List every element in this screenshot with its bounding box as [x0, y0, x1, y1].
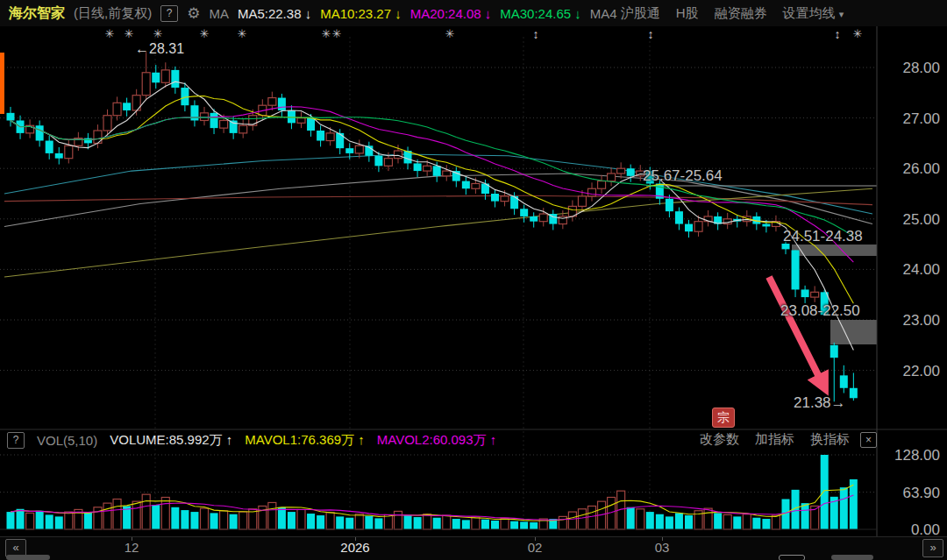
axis-tick-label: 27.00 — [879, 110, 940, 128]
chevron-down-icon: ▾ — [839, 9, 844, 19]
dividend-marker-icon[interactable]: ✳ — [125, 27, 134, 40]
gap-annotation-2: 24.51-24.38 — [783, 228, 863, 245]
ma40-truncated-label: MA4 — [590, 6, 617, 21]
down-arrow-icon: ↓ — [395, 6, 402, 21]
chart-mode-label: (日线,前复权) — [74, 5, 152, 22]
stock-chart-app: { "header": { "symbol": "海尔智家", "mode": … — [0, 0, 947, 560]
ma5-reading: MA5:22.38 ↓ — [238, 6, 311, 21]
dividend-marker-icon[interactable]: ✳ — [105, 27, 115, 40]
dividend-marker-icon[interactable]: ✳ — [853, 27, 863, 40]
axis-tick-label: 25.00 — [879, 211, 940, 229]
vol-indicator-label: VOL(5,10) — [37, 433, 97, 448]
scrollbar-thumb-left[interactable] — [6, 555, 50, 560]
down-arrow-icon: ↓ — [574, 6, 581, 21]
scrollbar-thumb-right[interactable] — [831, 555, 873, 560]
dividend-marker-icon[interactable]: ✳ — [322, 27, 331, 40]
axis-tick-label: 28.00 — [879, 60, 940, 77]
axis-tick-label: 24.00 — [879, 261, 940, 279]
link-margin-trading[interactable]: 融资融券 — [715, 5, 767, 22]
down-arrow-icon: ↓ — [485, 6, 492, 21]
axis-tick-label: 63.90 — [879, 485, 940, 502]
help-icon[interactable]: ? — [7, 432, 25, 449]
axis-tick-label: 23.00 — [879, 312, 940, 330]
ma-group-label: MA — [209, 6, 229, 21]
up-arrow-icon: ↑ — [226, 432, 233, 447]
change-params-button[interactable]: 改参数 — [700, 431, 739, 448]
left-edge-candle-fragment — [0, 53, 4, 114]
low-price-annotation: 21.38→ — [794, 394, 846, 412]
switch-indicator-button[interactable]: 换指标 — [810, 431, 850, 448]
x-axis-label-dec: 12 — [125, 540, 139, 555]
scroll-right-button[interactable]: » — [922, 539, 943, 557]
ma20-reading: MA20:24.08 ↓ — [410, 6, 492, 21]
up-arrow-icon: ↑ — [490, 432, 497, 447]
updown-marker-icon[interactable]: ↕ — [835, 27, 841, 41]
time-axis-bar: « » 12 2026 02 03 — [0, 536, 947, 560]
x-axis-label-mar: 03 — [655, 540, 670, 555]
mavol1-reading: MAVOL1:76.369万 ↑ — [245, 432, 364, 449]
dividend-marker-icon[interactable]: ✳ — [153, 27, 163, 40]
help-icon[interactable]: ? — [160, 5, 178, 22]
peak-price-annotation: ←28.31 — [135, 41, 184, 57]
updown-marker-icon[interactable]: ↕ — [648, 27, 654, 41]
ma-settings-menu[interactable]: 设置均线 ▾ — [783, 5, 844, 22]
gap-annotation-1: 25.67-25.64 — [643, 167, 723, 185]
dividend-marker-icon[interactable]: ✳ — [332, 27, 342, 40]
up-arrow-icon: ↑ — [358, 432, 365, 447]
dividend-marker-icon[interactable]: ✳ — [238, 27, 247, 40]
close-icon[interactable]: × — [860, 432, 877, 448]
add-indicator-button[interactable]: 加指标 — [755, 431, 794, 448]
dividend-marker-icon[interactable]: ✳ — [445, 27, 455, 40]
link-h-share[interactable]: H股 — [676, 5, 699, 22]
down-arrow-icon: ↓ — [305, 6, 312, 21]
chart-header: 海尔智家 (日线,前复权) ? ⚙ MA MA5:22.38 ↓ MA10:23… — [0, 0, 947, 26]
ma10-reading: MA10:23.27 ↓ — [320, 6, 402, 21]
scrollbar-zoom-handle[interactable] — [779, 555, 805, 560]
mavol2-reading: MAVOL2:60.093万 ↑ — [377, 432, 496, 449]
gear-icon[interactable]: ⚙ — [187, 4, 200, 23]
dividend-marker-icon[interactable]: ✳ — [200, 27, 210, 40]
price-volume-chart[interactable] — [0, 26, 947, 536]
ma30-reading: MA30:24.65 ↓ — [500, 6, 581, 21]
gap-annotation-3: 23.08-22.50 — [780, 302, 860, 320]
stock-name: 海尔智家 — [9, 4, 65, 23]
x-axis-label-2026: 2026 — [340, 540, 369, 555]
axis-tick-label: 128.00 — [879, 447, 940, 464]
updown-marker-icon[interactable]: ↕ — [533, 27, 539, 41]
zong-event-badge[interactable]: 宗 — [712, 408, 735, 428]
link-hu-gu-tong[interactable]: 沪股通 — [621, 5, 660, 22]
axis-tick-label: 22.00 — [879, 363, 940, 380]
axis-tick-label: 26.00 — [879, 160, 940, 178]
volume-header: ? VOL(5,10) VOLUME:85.992万 ↑ MAVOL1:76.3… — [7, 431, 496, 449]
volume-reading: VOLUME:85.992万 ↑ — [110, 432, 232, 449]
x-axis-label-feb: 02 — [528, 540, 543, 555]
